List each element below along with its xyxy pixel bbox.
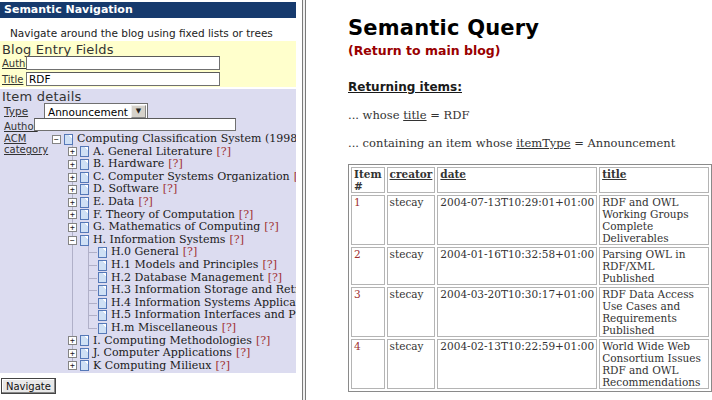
expand-icon[interactable] bbox=[68, 349, 77, 358]
help-link[interactable]: [?] bbox=[236, 347, 250, 360]
results-table: Item # creator date title 1 stecay 2004-… bbox=[348, 164, 712, 392]
help-link[interactable]: [?] bbox=[217, 146, 231, 159]
expand-icon[interactable] bbox=[68, 147, 77, 156]
expand-icon[interactable] bbox=[68, 336, 77, 345]
help-link[interactable]: [?] bbox=[163, 183, 177, 196]
filter-prefix: ... containing an item whose bbox=[348, 136, 516, 150]
table-row: 3 stecay 2004-03-20T10:30:17+01:00 RDF D… bbox=[351, 287, 709, 337]
blog-entry-fields-heading: Blog Entry Fields bbox=[2, 42, 294, 57]
help-link[interactable]: [?] bbox=[230, 234, 244, 247]
title-field-link[interactable]: title bbox=[403, 108, 426, 122]
document-icon bbox=[98, 285, 107, 296]
table-row: 2 stecay 2004-01-16T10:32:58+01:00 Parsi… bbox=[351, 247, 709, 285]
blog-title-input[interactable] bbox=[26, 72, 220, 86]
expand-icon[interactable] bbox=[68, 173, 77, 182]
tree-node: H.3 Information Storage and Retrieval[?] bbox=[2, 284, 294, 297]
item-details-heading: Item details bbox=[2, 89, 296, 104]
help-link[interactable]: [?] bbox=[263, 259, 277, 272]
tree-node-label[interactable]: H.m Miscellaneous bbox=[111, 322, 218, 335]
frame-divider[interactable] bbox=[302, 0, 306, 400]
document-icon bbox=[80, 159, 89, 170]
tree-connector-line bbox=[88, 246, 89, 329]
returning-items-link[interactable]: Returning items: bbox=[348, 80, 712, 94]
tree-node: H.m Miscellaneous[?] bbox=[2, 322, 294, 335]
item-author-input[interactable] bbox=[34, 118, 236, 131]
creator-cell: stecay bbox=[387, 339, 436, 389]
navigate-button[interactable]: Navigate bbox=[1, 378, 56, 394]
tree-node-label[interactable]: Computing Classification System (1998) bbox=[77, 133, 296, 146]
creator-cell: stecay bbox=[387, 247, 436, 285]
item-number-link[interactable]: 4 bbox=[351, 339, 385, 389]
tree-node-label[interactable]: J. Computer Applications bbox=[93, 347, 232, 360]
tree-node-label[interactable]: K Computing Milieux bbox=[93, 360, 212, 373]
item-number-link[interactable]: 1 bbox=[351, 195, 385, 245]
document-icon bbox=[98, 260, 107, 271]
title-cell: RDF Data Access Use Cases and Requiremen… bbox=[599, 287, 709, 337]
panel-subtitle: Navigate around the blog using fixed lis… bbox=[10, 27, 273, 39]
title-cell: World Wide Web Consortium Issues RDF and… bbox=[599, 339, 709, 389]
tree-node: H.1 Models and Principles[?] bbox=[2, 259, 294, 272]
document-icon bbox=[80, 209, 89, 220]
tree-node: K Computing Milieux[?] bbox=[2, 360, 294, 373]
help-link[interactable]: [?] bbox=[168, 158, 182, 171]
query-frame: Semantic Query (Return to main blog) Ret… bbox=[307, 0, 712, 400]
header-title-link[interactable]: title bbox=[599, 167, 709, 193]
help-link[interactable]: [?] bbox=[222, 322, 236, 335]
document-icon bbox=[98, 298, 107, 309]
table-row: 1 stecay 2004-07-13T10:29:01+01:00 RDF a… bbox=[351, 195, 709, 245]
document-icon bbox=[64, 134, 73, 145]
table-row: 4 stecay 2004-02-13T10:22:59+01:00 World… bbox=[351, 339, 709, 389]
title-label-link[interactable]: Title bbox=[2, 74, 23, 85]
tree-node-root: Computing Classification System (1998)[?… bbox=[2, 133, 294, 146]
expand-icon[interactable] bbox=[68, 160, 77, 169]
help-link[interactable]: [?] bbox=[264, 221, 278, 234]
header-creator-link[interactable]: creator bbox=[387, 167, 436, 193]
tree-node-label[interactable]: E. Data bbox=[93, 196, 134, 209]
help-link[interactable]: [?] bbox=[216, 360, 230, 373]
document-icon bbox=[80, 222, 89, 233]
expand-icon[interactable] bbox=[68, 223, 77, 232]
item-author-label-link[interactable]: Author bbox=[4, 121, 38, 132]
expand-icon[interactable] bbox=[68, 361, 77, 370]
itemtype-field-link[interactable]: itemType bbox=[516, 136, 570, 150]
document-icon bbox=[80, 172, 89, 183]
type-label-link[interactable]: Type bbox=[4, 105, 28, 117]
expand-icon[interactable] bbox=[68, 185, 77, 194]
filter-itemtype: ... containing an item whose itemType = … bbox=[348, 136, 712, 150]
expand-icon[interactable] bbox=[68, 210, 77, 219]
tree-node-label[interactable]: B. Hardware bbox=[93, 158, 164, 171]
acm-category-tree: Computing Classification System (1998)[?… bbox=[2, 133, 294, 372]
document-icon bbox=[80, 184, 89, 195]
tree-node: J. Computer Applications[?] bbox=[2, 347, 294, 360]
help-link[interactable]: [?] bbox=[138, 196, 152, 209]
expand-icon[interactable] bbox=[68, 198, 77, 207]
header-item-number: Item # bbox=[351, 167, 385, 193]
page-title: Semantic Query bbox=[348, 16, 712, 40]
item-number-link[interactable]: 3 bbox=[351, 287, 385, 337]
filter-value: = Announcement bbox=[571, 136, 676, 150]
creator-cell: stecay bbox=[387, 195, 436, 245]
tree-node-label[interactable]: H.3 Information Storage and Retrieval bbox=[111, 284, 296, 297]
collapse-icon[interactable] bbox=[68, 236, 77, 245]
table-header-row: Item # creator date title bbox=[351, 167, 709, 193]
document-icon bbox=[98, 272, 107, 283]
title-cell: Parsing OWL in RDF/XML Published bbox=[599, 247, 709, 285]
chevron-down-icon[interactable]: ▼ bbox=[131, 105, 146, 118]
date-cell: 2004-07-13T10:29:01+01:00 bbox=[437, 195, 597, 245]
creator-cell: stecay bbox=[387, 287, 436, 337]
help-link[interactable]: [?] bbox=[294, 171, 296, 184]
tree-node-label[interactable]: G. Mathematics of Computing bbox=[93, 221, 260, 234]
filter-title: ... whose title = RDF bbox=[348, 108, 712, 122]
item-number-link[interactable]: 2 bbox=[351, 247, 385, 285]
help-link[interactable]: [?] bbox=[256, 335, 270, 348]
header-date-link[interactable]: date bbox=[437, 167, 597, 193]
return-to-blog-link[interactable]: (Return to main blog) bbox=[348, 43, 712, 58]
date-cell: 2004-03-20T10:30:17+01:00 bbox=[437, 287, 597, 337]
document-icon bbox=[80, 348, 89, 359]
blog-author-input[interactable] bbox=[26, 56, 220, 70]
tree-node-label[interactable]: H.1 Models and Principles bbox=[111, 259, 259, 272]
filter-prefix: ... whose bbox=[348, 108, 403, 122]
item-details-section: Item details Type Announcement ▼ Author … bbox=[0, 89, 296, 373]
tree-node: E. Data[?] bbox=[2, 196, 294, 209]
collapse-icon[interactable] bbox=[52, 135, 61, 144]
